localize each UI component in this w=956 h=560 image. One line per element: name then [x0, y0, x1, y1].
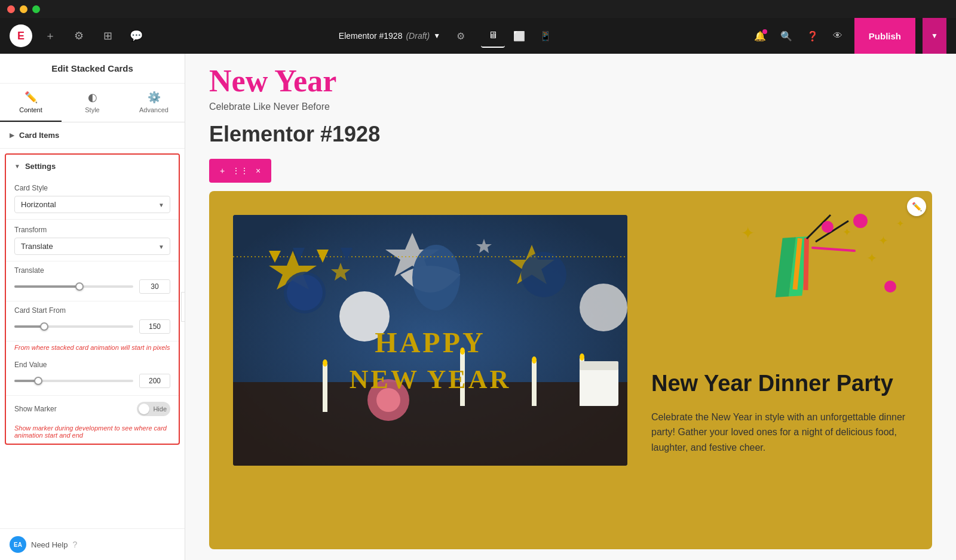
- svg-point-12: [580, 284, 627, 331]
- layers-button[interactable]: ⊞: [97, 25, 118, 47]
- notification-dot: [762, 29, 767, 34]
- panel-collapse-handle[interactable]: ‹: [181, 292, 185, 322]
- title-chevron-icon[interactable]: ▼: [433, 32, 440, 40]
- card-image: HAPPY NEW YEAR: [233, 215, 627, 466]
- card-start-slider-row: Card Start From 150: [6, 301, 179, 341]
- add-element-button[interactable]: ＋: [39, 25, 61, 47]
- floating-close-button[interactable]: ×: [250, 162, 266, 179]
- card-start-value-input[interactable]: 150: [139, 319, 170, 334]
- advanced-tab-icon: ⚙️: [148, 91, 161, 104]
- translate-input-row: 30: [14, 279, 170, 294]
- floating-toolbar: + ⋮⋮ ×: [209, 159, 271, 183]
- card-start-input-row: 150: [14, 319, 170, 334]
- card-section: HAPPY NEW YEAR: [209, 191, 932, 549]
- svg-rect-22: [580, 361, 618, 370]
- content-tab-icon: ✏️: [24, 91, 38, 104]
- card-items-arrow-icon: ▶: [10, 132, 14, 139]
- publish-dropdown-button[interactable]: ▼: [923, 18, 946, 54]
- panel-header: Edit Stacked Cards: [0, 54, 185, 84]
- svg-point-14: [323, 359, 327, 367]
- publish-button[interactable]: Publish: [854, 18, 915, 54]
- panel-tabs: ✏️ Content ◐ Style ⚙️ Advanced: [0, 84, 185, 122]
- card-title: New Year Dinner Party: [651, 370, 908, 398]
- transform-label: Transform: [14, 226, 170, 234]
- notes-button[interactable]: 💬: [125, 25, 147, 47]
- canvas-area: New Year Celebrate Like Never Before Ele…: [185, 54, 956, 560]
- responsive-button[interactable]: ⚙: [68, 25, 90, 47]
- svg-rect-17: [532, 361, 537, 406]
- device-switcher: 🖥 ⬜ 📱: [481, 24, 557, 48]
- svg-point-7: [412, 245, 460, 310]
- show-marker-label: Show Marker: [14, 405, 57, 413]
- svg-point-45: [884, 281, 896, 293]
- show-marker-row: Show Marker Hide: [6, 396, 179, 422]
- svg-point-44: [853, 214, 868, 228]
- floating-move-button[interactable]: ⋮⋮: [232, 162, 249, 179]
- translate-slider-thumb[interactable]: [75, 282, 84, 291]
- card-start-slider-track[interactable]: [14, 325, 133, 328]
- settings-arrow-icon: ▼: [14, 163, 20, 170]
- help-icon[interactable]: ❓: [802, 26, 823, 47]
- svg-text:✦: ✦: [866, 251, 877, 266]
- notifications-icon[interactable]: 🔔: [749, 26, 771, 47]
- svg-point-43: [822, 221, 834, 233]
- translate-slider-fill: [14, 285, 79, 288]
- floating-add-button[interactable]: +: [214, 162, 231, 179]
- help-circle-icon[interactable]: ?: [72, 540, 77, 549]
- svg-text:NEW YEAR: NEW YEAR: [350, 365, 511, 394]
- transform-select[interactable]: Translate Scale Rotate: [14, 238, 170, 255]
- card-text: ✦ ✦ ✦ ✦: [651, 215, 908, 455]
- svg-point-11: [521, 252, 566, 297]
- need-help-link[interactable]: Need Help: [31, 540, 68, 549]
- card-style-field: Card Style Horizontal Vertical: [6, 178, 179, 220]
- party-illustration: ✦ ✦ ✦ ✦: [723, 209, 914, 364]
- toggle-text: Hide: [153, 405, 167, 413]
- style-tab-icon: ◐: [88, 91, 97, 104]
- elementor-logo[interactable]: E: [10, 24, 32, 47]
- svg-marker-37: [752, 232, 820, 303]
- main-layout: Edit Stacked Cards ✏️ Content ◐ Style ⚙️…: [0, 54, 956, 560]
- end-value-slider-row: End Value 200: [6, 356, 179, 396]
- window-maximize-button[interactable]: [32, 5, 40, 13]
- titlebar: [0, 0, 956, 18]
- show-marker-toggle[interactable]: Hide: [137, 402, 170, 416]
- tablet-view-button[interactable]: ⬜: [507, 24, 531, 48]
- panel-content: ▶ Card Items ▼ Settings Card Style Horiz…: [0, 122, 185, 560]
- search-icon[interactable]: 🔍: [776, 26, 797, 47]
- translate-label: Translate: [14, 266, 170, 275]
- translate-value-input[interactable]: 30: [139, 279, 170, 294]
- svg-text:✦: ✦: [878, 234, 888, 247]
- toolbar-center: Elementor #1928 (Draft) ▼ ⚙ 🖥 ⬜ 📱: [154, 24, 742, 48]
- end-value-input[interactable]: 200: [139, 374, 170, 388]
- settings-section: ▼ Settings Card Style Horizontal Vertica…: [5, 153, 180, 445]
- advanced-tab-label: Advanced: [139, 106, 168, 113]
- settings-section-header[interactable]: ▼ Settings: [6, 155, 179, 178]
- svg-rect-1: [233, 382, 627, 466]
- window-minimize-button[interactable]: [20, 5, 27, 13]
- svg-text:✦: ✦: [842, 226, 851, 238]
- card-items-section-header[interactable]: ▶ Card Items: [0, 122, 185, 149]
- card-style-label: Card Style: [14, 184, 170, 192]
- preview-icon[interactable]: 👁: [828, 26, 847, 46]
- svg-rect-21: [580, 364, 618, 406]
- svg-text:✦: ✦: [896, 219, 904, 229]
- page-name: Elementor #1928: [339, 31, 403, 41]
- card-style-select[interactable]: Horizontal Vertical: [14, 196, 170, 213]
- new-year-title: New Year: [209, 66, 932, 97]
- tab-content[interactable]: ✏️ Content: [0, 84, 62, 122]
- window-close-button[interactable]: [7, 5, 15, 13]
- tab-style[interactable]: ◐ Style: [62, 84, 123, 122]
- tab-advanced[interactable]: ⚙️ Advanced: [123, 84, 185, 122]
- end-value-slider-track[interactable]: [14, 380, 133, 382]
- desktop-view-button[interactable]: 🖥: [481, 24, 505, 48]
- settings-gear-button[interactable]: ⚙: [450, 25, 471, 47]
- translate-slider-track[interactable]: [14, 285, 133, 288]
- card-description: Celebrate the New Year in style with an …: [651, 410, 908, 456]
- card-start-slider-thumb[interactable]: [40, 322, 48, 331]
- edit-pencil-icon[interactable]: ✏️: [907, 197, 926, 216]
- svg-line-42: [813, 248, 854, 251]
- mobile-view-button[interactable]: 📱: [534, 24, 557, 48]
- card-items-label: Card Items: [19, 131, 59, 140]
- end-value-slider-thumb[interactable]: [34, 377, 42, 385]
- left-panel: Edit Stacked Cards ✏️ Content ◐ Style ⚙️…: [0, 54, 185, 560]
